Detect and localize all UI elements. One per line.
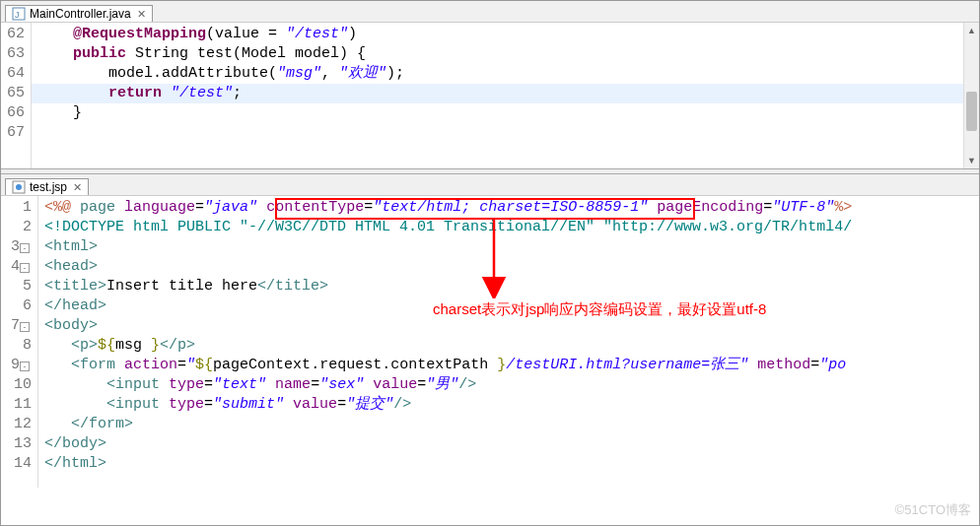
code-line[interactable]: <input type="text" name="sex" value="男"/… <box>38 375 979 395</box>
tab-label: test.jsp <box>30 180 67 194</box>
line-gutter: 123-4-567-89-1011121314 <box>1 196 38 488</box>
code-line[interactable]: <input type="submit" value="提交"/> <box>38 395 979 415</box>
scrollbar-vertical[interactable]: ▲ ▼ <box>963 23 979 168</box>
code-area[interactable]: <%@ page language="java" contentType="te… <box>38 196 979 488</box>
line-gutter: 626364656667 <box>1 23 32 168</box>
jsp-file-icon <box>12 180 26 194</box>
scroll-down-icon[interactable]: ▼ <box>964 153 979 168</box>
close-icon[interactable]: ✕ <box>73 181 82 194</box>
code-line[interactable]: <head> <box>38 257 979 277</box>
code-area[interactable]: @RequestMapping(value = "/test") public … <box>32 23 979 168</box>
watermark: ©51CTO博客 <box>895 501 971 519</box>
code-line[interactable]: </html> <box>38 454 979 474</box>
editor-top[interactable]: 626364656667 @RequestMapping(value = "/t… <box>1 23 979 168</box>
code-line[interactable]: <html> <box>38 237 979 257</box>
tab-bar-bottom: test.jsp ✕ <box>1 174 979 196</box>
tab-testjsp[interactable]: test.jsp ✕ <box>5 178 89 195</box>
code-line[interactable]: } <box>32 103 979 123</box>
close-icon[interactable]: ✕ <box>137 8 146 21</box>
code-line[interactable]: return "/test"; <box>32 84 979 103</box>
code-line[interactable]: <title>Insert title here</title> <box>38 277 979 296</box>
code-line[interactable]: <form action="${pageContext.request.cont… <box>38 356 979 375</box>
code-line[interactable]: </body> <box>38 434 979 454</box>
code-line[interactable]: <!DOCTYPE html PUBLIC "-//W3C//DTD HTML … <box>38 218 979 237</box>
code-line[interactable]: <body> <box>38 316 979 336</box>
annotation-text: charset表示对jsp响应内容编码设置，最好设置utf-8 <box>433 300 766 319</box>
tab-maincontroller[interactable]: J MainController.java ✕ <box>5 5 153 22</box>
java-file-icon: J <box>12 7 26 21</box>
scroll-thumb[interactable] <box>966 92 977 131</box>
code-line[interactable]: public String test(Model model) { <box>32 44 979 64</box>
code-line[interactable]: model.addAttribute("msg", "欢迎"); <box>32 64 979 84</box>
code-line[interactable]: </form> <box>38 415 979 434</box>
highlight-box <box>275 198 695 220</box>
code-line[interactable]: @RequestMapping(value = "/test") <box>32 25 979 44</box>
code-line[interactable]: <p>${msg }</p> <box>38 336 979 356</box>
tab-label: MainController.java <box>30 7 131 21</box>
svg-text:J: J <box>15 10 20 20</box>
code-line[interactable] <box>32 123 979 143</box>
scroll-up-icon[interactable]: ▲ <box>964 23 979 38</box>
tab-bar-top: J MainController.java ✕ <box>1 1 979 23</box>
svg-point-3 <box>16 184 22 190</box>
editor-bottom[interactable]: 123-4-567-89-1011121314 <%@ page languag… <box>1 196 979 488</box>
